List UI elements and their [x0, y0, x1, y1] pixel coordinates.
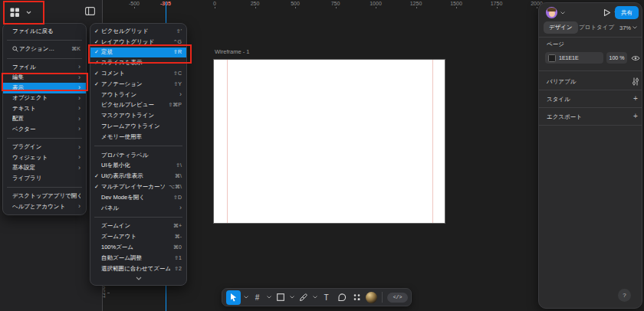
export-section-title: エクスポート: [547, 113, 582, 121]
shape-tool-chevron[interactable]: [289, 291, 294, 304]
menu-item[interactable]: ✓アノテーション⇧Y: [90, 79, 186, 90]
menu-item[interactable]: 100%ズーム⌘0: [90, 242, 186, 253]
menu-item[interactable]: 配置›: [3, 114, 86, 125]
menu-divider: [7, 138, 82, 139]
menu-item-label: レイアウトグリッド: [101, 38, 169, 46]
move-tool-chevron[interactable]: [243, 291, 248, 304]
ruler-label: 1500: [450, 1, 462, 6]
menu-item[interactable]: ピクセルプレビュー⇧⌘P: [90, 100, 186, 111]
menu-item[interactable]: ✓コメント⇧C: [90, 68, 186, 79]
page-fill-field[interactable]: 1E1E1E: [545, 52, 603, 64]
text-tool-button[interactable]: T: [320, 291, 333, 304]
submenu-arrow-icon: ›: [78, 154, 80, 161]
horizontal-ruler[interactable]: -500025050075010001250150017502000-305: [103, 0, 540, 9]
frame-tool-button[interactable]: #: [251, 291, 264, 304]
menu-item-label: ズームイン: [101, 222, 169, 230]
menu-item[interactable]: 選択範囲に合わせてズーム⇧2: [90, 264, 186, 274]
wireframe-frame[interactable]: [214, 60, 445, 223]
menu-item[interactable]: プラグイン›: [3, 142, 86, 153]
check-icon: ✓: [94, 184, 101, 190]
menu-item-shortcut: ⇧': [176, 28, 182, 34]
menu-item[interactable]: オブジェクト›: [3, 93, 86, 104]
menu-item[interactable]: 基本設定›: [3, 163, 86, 174]
avatar[interactable]: [546, 7, 557, 18]
pen-tool-button[interactable]: [297, 291, 310, 304]
menu-item[interactable]: ファイルに戻る: [3, 26, 86, 37]
share-button[interactable]: 共有: [615, 6, 639, 19]
menu-item[interactable]: ヘルプとアカウント›: [3, 201, 86, 212]
menu-item[interactable]: テキスト›: [3, 103, 86, 114]
check-icon: ✓: [94, 173, 101, 179]
menu-item[interactable]: パネル›: [90, 203, 186, 214]
menu-item-label: プラグイン: [12, 143, 74, 151]
menu-chevron[interactable]: [25, 8, 32, 16]
menu-item[interactable]: ✓UIの表示/非表示⌘\: [90, 171, 186, 182]
tab-design[interactable]: デザイン: [544, 21, 578, 34]
menu-item-label: マスクアウトライン: [101, 112, 182, 119]
menu-item-label: ズームアウト: [101, 233, 171, 241]
present-button[interactable]: [602, 8, 612, 18]
menu-item[interactable]: デスクトップアプリで開く: [3, 192, 86, 202]
comment-tool-button[interactable]: [335, 291, 348, 304]
menu-item[interactable]: ウィジェット›: [3, 152, 86, 163]
menu-item[interactable]: ✓定規⇧R: [90, 47, 186, 58]
actions-tool-button[interactable]: [350, 291, 363, 304]
dev-mode-toggle[interactable]: </>: [387, 293, 408, 303]
shape-tool-button[interactable]: [274, 291, 287, 304]
page-visibility-button[interactable]: [630, 54, 640, 62]
submenu-arrow-icon: ›: [78, 144, 80, 151]
ai-sphere-icon[interactable]: [366, 292, 377, 303]
figma-main-menu-button[interactable]: [7, 5, 22, 20]
page-opacity-field[interactable]: 100 %: [606, 52, 627, 64]
add-export-button[interactable]: +: [631, 111, 640, 120]
menu-item[interactable]: 自動ズーム調整⇧1: [90, 253, 186, 264]
menu-item[interactable]: ファイル›: [3, 62, 86, 73]
menu-item[interactable]: ✓マルチプレイヤーカーソル⌥⌘\: [90, 182, 186, 192]
menu-item[interactable]: 編集›: [3, 73, 86, 83]
tab-prototype[interactable]: プロトタイプ: [579, 21, 614, 34]
ruler-label: 1250: [410, 1, 422, 6]
frame-tool-chevron[interactable]: [266, 291, 271, 304]
menu-item[interactable]: アクション…⌘K: [3, 44, 86, 55]
pen-tool-chevron[interactable]: [312, 291, 317, 304]
ruler-label: 1000: [370, 1, 382, 6]
menu-item[interactable]: ✓ピクセルグリッド⇧': [90, 26, 186, 37]
ruler-tick: [295, 7, 296, 8]
page-fill-swatch[interactable]: [548, 54, 556, 62]
styles-section-title: スタイル: [547, 96, 570, 103]
menu-item[interactable]: メモリー使用率: [90, 132, 186, 142]
help-button[interactable]: ?: [618, 289, 631, 302]
menu-item-label: プロパティラベル: [101, 152, 182, 159]
menu-item[interactable]: UIを最小化⇧\: [90, 161, 186, 172]
eye-icon: [631, 55, 640, 61]
chevron-down-icon: [632, 26, 637, 29]
menu-item[interactable]: ズームアウト⌘-: [90, 231, 186, 242]
menu-item[interactable]: アウトライン›: [90, 90, 186, 100]
avatar-chevron[interactable]: [560, 10, 566, 16]
check-icon: ✓: [94, 39, 101, 45]
zoom-value: 37%: [619, 25, 631, 31]
frame-title[interactable]: Wireframe - 1: [215, 48, 249, 55]
menu-item[interactable]: プロパティラベル: [90, 150, 186, 161]
sidebar-toggle-button[interactable]: [83, 4, 97, 18]
menu-item[interactable]: ✓スライスを表示: [90, 57, 186, 68]
menu-item[interactable]: ライブラリ: [3, 173, 86, 184]
menu-item[interactable]: ✓レイアウトグリッド⌃G: [90, 37, 186, 47]
menu-item[interactable]: ベクター›: [3, 124, 86, 135]
variables-settings-button[interactable]: [630, 77, 640, 87]
check-icon: ✓: [94, 81, 101, 87]
menu-scroll-down[interactable]: [90, 274, 186, 283]
menu-item[interactable]: マスクアウトライン: [90, 110, 186, 121]
menu-divider: [94, 146, 182, 146]
move-tool-icon: [229, 293, 238, 302]
add-style-button[interactable]: +: [631, 93, 640, 103]
menu-item-label: ピクセルプレビュー: [101, 101, 164, 109]
zoom-control[interactable]: 37%: [619, 21, 637, 34]
check-icon: ✓: [94, 49, 101, 55]
move-tool-button[interactable]: [226, 290, 241, 305]
figma-menu-icon: [10, 8, 20, 18]
menu-item[interactable]: 表示›: [3, 83, 86, 93]
menu-item[interactable]: Dev Modeを開く⇧D: [90, 192, 186, 203]
menu-item[interactable]: フレームアウトライン: [90, 121, 186, 132]
menu-item[interactable]: ズームイン⌘+: [90, 221, 186, 232]
